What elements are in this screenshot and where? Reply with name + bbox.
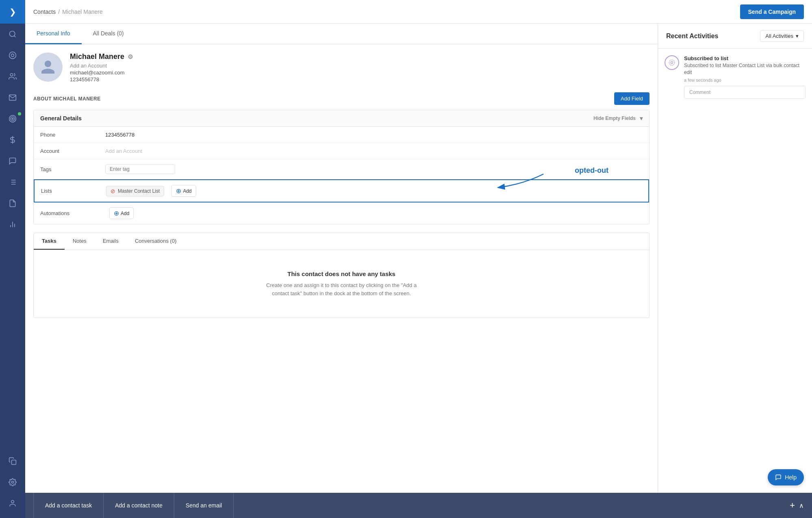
activity-content: Subscribed to list Subscribed to list Ma… [684,55,806,99]
breadcrumb-separator: / [58,9,60,15]
tab-conversations[interactable]: Conversations (0) [127,233,185,250]
add-contact-task-button[interactable]: Add a contact task [33,493,104,518]
sidebar-item-users[interactable] [0,66,25,87]
sidebar-item-document[interactable] [0,193,25,214]
sidebar-item-user[interactable] [0,493,25,514]
activity-item: Subscribed to list Subscribed to list Ma… [665,55,806,99]
svg-point-6 [11,117,15,121]
send-campaign-button[interactable]: Send a Campaign [740,4,804,19]
sidebar-item-circle[interactable] [0,45,25,66]
sidebar-item-chat[interactable] [0,150,25,172]
add-automation-button[interactable]: ⊕ Add [109,207,134,219]
recent-activities-title: Recent Activities [666,33,718,40]
sidebar-item-copy[interactable] [0,451,25,472]
tasks-empty-description: Create one and assign it to this contact… [264,281,419,297]
sidebar-toggle[interactable]: ❯ [0,0,25,24]
breadcrumb-current: Michael Manere [62,9,103,15]
about-header: ABOUT MICHAEL MANERE Add Field [33,92,650,105]
svg-point-5 [9,115,16,122]
sidebar-item-chart[interactable] [0,214,25,235]
add-list-label: Add [183,188,191,194]
add-account-link[interactable]: Add an Account [70,63,133,69]
help-label: Help [785,474,797,481]
contact-info: Michael Manere ⚙ Add an Account michael@… [70,52,133,83]
add-automation-label: Add [121,211,129,216]
detail-row-account: Account Add an Account [34,143,649,159]
phone-label: Phone [40,132,105,138]
detail-row-automations: Automations ⊕ Add [34,202,649,224]
contact-name: Michael Manere ⚙ [70,52,133,61]
automations-label: Automations [40,210,105,216]
activity-comment-input[interactable]: Comment [684,86,806,99]
sidebar-item-settings[interactable] [0,472,25,493]
bottom-dock: Add a contact task Add a contact note Se… [25,493,658,518]
svg-rect-18 [12,460,16,465]
plus-icon-auto: ⊕ [114,209,119,217]
tab-notes[interactable]: Notes [65,233,95,250]
hide-empty-label[interactable]: Hide Empty Fields [593,115,636,121]
content-layout: Personal Info All Deals (0) Michael Mane… [25,24,812,518]
general-details-label: General Details [40,115,82,122]
sidebar-bottom [0,451,25,518]
svg-point-23 [669,60,674,65]
svg-point-20 [11,501,14,503]
right-panel-header: Recent Activities All Activities ▾ [658,24,812,49]
chevron-down-icon[interactable]: ▾ [640,115,643,122]
about-title: ABOUT MICHAEL MANERE [33,96,101,102]
svg-point-4 [10,74,13,76]
activity-title: Subscribed to list [684,55,806,61]
svg-point-19 [12,481,14,483]
sidebar-item-list[interactable] [0,172,25,193]
blocked-icon: ⊘ [110,188,115,194]
breadcrumb-parent[interactable]: Contacts [33,9,56,15]
add-field-button[interactable]: Add Field [614,92,650,105]
sidebar-item-dollar[interactable] [0,129,25,150]
contact-settings-icon[interactable]: ⚙ [128,53,133,61]
left-scroll: Michael Manere ⚙ Add an Account michael@… [25,44,658,518]
activity-icon [665,55,679,70]
tags-input[interactable] [105,164,175,174]
avatar [33,52,63,82]
activity-time: a few seconds ago [684,78,806,83]
contact-email: michael@cazoomi.com [70,70,133,76]
svg-point-3 [11,54,14,57]
tab-all-deals[interactable]: All Deals (0) [82,24,135,44]
svg-point-22 [671,61,673,63]
details-card: General Details Hide Empty Fields ▾ Phon… [33,110,650,224]
tasks-empty-title: This contact does not have any tasks [42,270,641,277]
top-header: Contacts / Michael Manere Send a Campaig… [25,0,812,24]
account-value[interactable]: Add an Account [105,148,142,154]
list-badge-name: Master Contact List [118,188,160,194]
activity-description: Subscribed to list Master Contact List v… [684,62,806,76]
sidebar: ❯ [0,0,25,518]
phone-value[interactable]: 1234556778 [105,132,134,138]
right-scroll: Subscribed to list Subscribed to list Ma… [658,49,812,518]
contact-phone: 1234556778 [70,76,133,83]
sidebar-item-mail[interactable] [0,87,25,108]
detail-row-tags: Tags [34,159,649,179]
tab-emails[interactable]: Emails [95,233,127,250]
activities-filter-dropdown[interactable]: All Activities ▾ [760,30,804,42]
detail-row-phone: Phone 1234556778 [34,127,649,143]
sidebar-item-search[interactable] [0,24,25,45]
chevron-left-icon: ❯ [9,7,16,17]
tab-tasks[interactable]: Tasks [34,233,65,250]
right-panel: Recent Activities All Activities ▾ Subsc… [658,24,812,518]
list-badge: ⊘ Master Contact List [106,186,164,196]
lists-label: Lists [41,188,106,194]
svg-point-7 [12,118,13,119]
dropdown-chevron-icon: ▾ [796,33,799,39]
lists-container: Lists ⊘ Master Contact List ⊕ Add [34,179,649,202]
add-list-button[interactable]: ⊕ Add [171,185,196,197]
tab-personal-info[interactable]: Personal Info [25,24,82,44]
inner-tabs: Tasks Notes Emails Conversations (0) [34,233,649,250]
tasks-empty-state: This contact does not have any tasks Cre… [34,250,649,318]
left-panel: Personal Info All Deals (0) Michael Mane… [25,24,658,518]
details-card-header: General Details Hide Empty Fields ▾ [34,110,649,127]
help-button[interactable]: Help [768,469,804,485]
main-wrapper: Contacts / Michael Manere Send a Campaig… [25,0,812,518]
send-email-button[interactable]: Send an email [174,493,234,518]
sidebar-item-target[interactable] [0,108,25,129]
add-contact-note-button[interactable]: Add a contact note [104,493,174,518]
detail-row-lists: Lists ⊘ Master Contact List ⊕ Add [34,179,649,202]
